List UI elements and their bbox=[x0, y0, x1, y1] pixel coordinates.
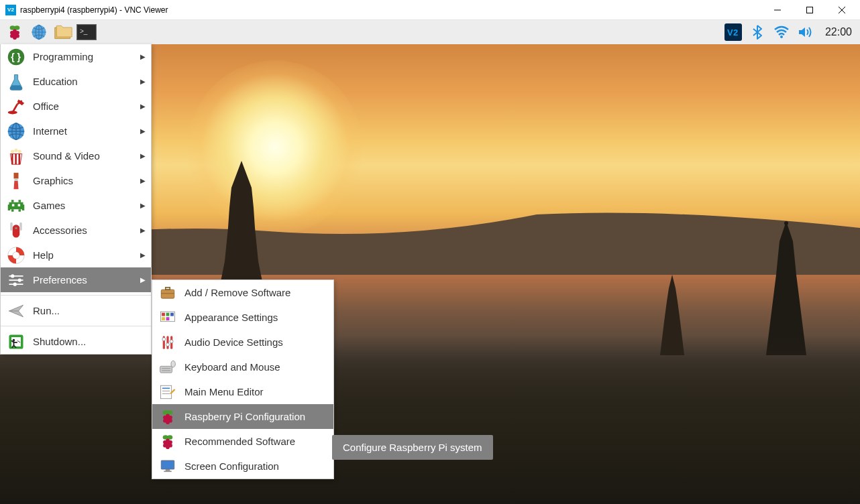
svg-point-4 bbox=[784, 221, 788, 225]
svg-rect-71 bbox=[162, 317, 165, 320]
svg-rect-79 bbox=[160, 366, 172, 373]
menu-item-games[interactable]: Games▶ bbox=[1, 193, 151, 218]
menu-item-office[interactable]: Office▶ bbox=[1, 94, 151, 119]
svg-rect-1 bbox=[807, 7, 813, 13]
svg-point-103 bbox=[166, 442, 170, 446]
svg-rect-34 bbox=[9, 202, 23, 209]
file-manager-icon[interactable] bbox=[52, 23, 74, 42]
close-button[interactable] bbox=[832, 3, 852, 17]
submenu-item-screen-config[interactable]: Screen Configuration bbox=[152, 454, 333, 479]
svg-rect-68 bbox=[162, 312, 165, 316]
svg-point-48 bbox=[13, 251, 20, 259]
globe-icon bbox=[6, 121, 26, 141]
svg-point-29 bbox=[11, 149, 14, 153]
vnc-tray-icon[interactable]: V2 bbox=[724, 23, 742, 41]
menu-label: Games bbox=[33, 200, 65, 211]
menu-separator bbox=[1, 326, 151, 326]
svg-rect-26 bbox=[11, 153, 13, 164]
menu-item-preferences[interactable]: Preferences▶ bbox=[1, 267, 151, 292]
svg-rect-64 bbox=[161, 290, 174, 298]
raspberry-icon bbox=[158, 407, 178, 427]
menu-item-sound-video[interactable]: Sound & Video▶ bbox=[1, 143, 151, 168]
brush-icon bbox=[6, 171, 26, 191]
wallpaper-temple-right bbox=[753, 221, 820, 355]
submenu-preferences: Add / Remove Software Appearance Setting… bbox=[152, 279, 334, 479]
menu-item-run[interactable]: Run... bbox=[1, 298, 151, 323]
menu-item-internet[interactable]: Internet▶ bbox=[1, 119, 151, 143]
menu-item-programming[interactable]: { } Programming▶ bbox=[1, 44, 151, 69]
appearance-icon bbox=[158, 308, 178, 328]
svg-rect-36 bbox=[22, 204, 25, 210]
svg-rect-74 bbox=[166, 336, 168, 349]
chevron-right-icon: ▶ bbox=[140, 202, 146, 209]
chevron-right-icon: ▶ bbox=[140, 276, 146, 284]
svg-point-30 bbox=[14, 148, 17, 151]
svg-rect-70 bbox=[170, 312, 174, 316]
svg-text:{ }: { } bbox=[11, 52, 21, 62]
submenu-item-audio[interactable]: Audio Device Settings bbox=[152, 330, 333, 355]
web-browser-icon[interactable] bbox=[28, 23, 50, 42]
bluetooth-icon[interactable] bbox=[749, 23, 766, 41]
taskbar: >_ V2 22:00 bbox=[0, 20, 860, 44]
svg-point-13 bbox=[13, 36, 17, 40]
svg-rect-38 bbox=[19, 200, 21, 202]
raspberry-menu-icon[interactable] bbox=[4, 23, 25, 42]
wifi-icon[interactable] bbox=[773, 23, 790, 41]
submenu-item-keyboard-mouse[interactable]: Keyboard and Mouse bbox=[152, 355, 333, 379]
chevron-right-icon: ▶ bbox=[140, 152, 146, 160]
svg-rect-35 bbox=[8, 204, 11, 210]
submenu-item-raspberry-pi-config[interactable]: Raspberry Pi Configuration bbox=[152, 404, 333, 429]
submenu-label: Keyboard and Mouse bbox=[184, 361, 280, 373]
menu-label: Internet bbox=[33, 125, 67, 137]
submenu-item-main-menu-editor[interactable]: Main Menu Editor bbox=[152, 379, 333, 404]
svg-rect-42 bbox=[19, 209, 21, 212]
briefcase-icon bbox=[158, 283, 178, 303]
svg-point-53 bbox=[18, 278, 21, 281]
maximize-button[interactable] bbox=[800, 3, 820, 17]
lamp-icon bbox=[6, 97, 26, 117]
knife-icon bbox=[6, 220, 26, 241]
window-controls bbox=[767, 3, 852, 17]
menu-label: Run... bbox=[33, 305, 60, 316]
wallpaper-foliage bbox=[0, 336, 860, 504]
svg-rect-105 bbox=[161, 460, 174, 469]
submenu-label: Add / Remove Software bbox=[184, 287, 290, 298]
menu-item-graphics[interactable]: Graphics▶ bbox=[1, 168, 151, 193]
menu-item-education[interactable]: Education▶ bbox=[1, 69, 151, 94]
chevron-right-icon: ▶ bbox=[140, 78, 146, 85]
tooltip: Configure Raspberry Pi system bbox=[332, 435, 493, 460]
svg-rect-69 bbox=[166, 312, 170, 316]
menu-item-accessories[interactable]: Accessories▶ bbox=[1, 218, 151, 243]
svg-text:V: V bbox=[727, 27, 733, 38]
svg-point-95 bbox=[166, 420, 170, 424]
submenu-label: Raspberry Pi Configuration bbox=[184, 411, 305, 422]
menu-item-shutdown[interactable]: Shutdown... bbox=[1, 329, 151, 354]
menu-label: Accessories bbox=[33, 225, 87, 236]
svg-rect-41 bbox=[11, 209, 14, 212]
volume-icon[interactable] bbox=[797, 23, 814, 41]
raspberry-icon bbox=[158, 432, 178, 452]
svg-point-31 bbox=[18, 149, 21, 153]
taskbar-clock[interactable]: 22:00 bbox=[825, 26, 852, 38]
svg-rect-39 bbox=[12, 204, 15, 206]
submenu-label: Screen Configuration bbox=[184, 460, 279, 472]
minimize-button[interactable] bbox=[767, 3, 788, 17]
svg-point-58 bbox=[13, 338, 15, 341]
svg-rect-37 bbox=[11, 200, 14, 202]
lifebuoy-icon bbox=[6, 245, 26, 265]
chevron-right-icon: ▶ bbox=[140, 177, 146, 184]
submenu-item-appearance[interactable]: Appearance Settings bbox=[152, 305, 333, 330]
submenu-item-recommended-software[interactable]: Recommended Software bbox=[152, 429, 333, 454]
svg-point-78 bbox=[170, 339, 173, 342]
menu-item-help[interactable]: Help▶ bbox=[1, 243, 151, 267]
terminal-icon[interactable]: >_ bbox=[76, 24, 97, 40]
svg-rect-46 bbox=[19, 222, 22, 230]
svg-rect-72 bbox=[166, 317, 170, 320]
svg-point-91 bbox=[166, 414, 170, 418]
menu-label: Graphics bbox=[33, 175, 73, 186]
menu-separator bbox=[1, 295, 151, 296]
submenu-label: Audio Device Settings bbox=[184, 336, 283, 348]
menu-label: Help bbox=[33, 249, 54, 261]
submenu-item-add-remove[interactable]: Add / Remove Software bbox=[152, 280, 333, 305]
svg-text:2: 2 bbox=[733, 27, 738, 38]
